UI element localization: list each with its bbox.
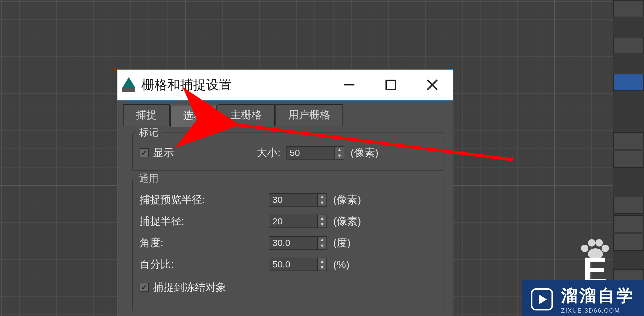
label-percent: 百分比: bbox=[140, 257, 269, 271]
spin-down[interactable]: ▼ bbox=[318, 243, 326, 249]
group-mark-legend: 标记 bbox=[136, 126, 162, 139]
toolbar-slot[interactable] bbox=[613, 234, 644, 251]
spin-up[interactable]: ▲ bbox=[318, 258, 326, 264]
watermark-main: 溜溜自学 bbox=[561, 285, 635, 307]
spin-down[interactable]: ▼ bbox=[318, 200, 326, 206]
unit-angle: (度) bbox=[333, 236, 351, 250]
unit-snap-radius: (像素) bbox=[333, 214, 361, 228]
spin-up[interactable]: ▲ bbox=[318, 237, 326, 243]
tab-bar: 捕捉 选项 主栅格 用户栅格 bbox=[117, 100, 453, 126]
input-snap-radius[interactable] bbox=[269, 215, 318, 228]
spin-down[interactable]: ▼ bbox=[335, 153, 344, 159]
right-toolbar bbox=[613, 0, 644, 316]
tab-snap[interactable]: 捕捉 bbox=[123, 104, 170, 126]
row-angle: 角度: ▲▼ (度) bbox=[140, 236, 437, 250]
spinner-preview-radius: ▲▼ bbox=[269, 193, 327, 207]
titlebar[interactable]: 栅格和捕捉设置 bbox=[117, 70, 453, 100]
dialog-content: 标记 ✓ 显示 大小: ▲ ▼ (像素) 通用 bbox=[117, 126, 453, 316]
size-label: 大小: bbox=[257, 146, 280, 160]
group-general-legend: 通用 bbox=[136, 172, 162, 185]
checkbox-show-label: 显示 bbox=[153, 146, 174, 160]
toolbar-slot[interactable] bbox=[613, 151, 644, 168]
tab-main-grid[interactable]: 主栅格 bbox=[218, 104, 275, 126]
spinner-snap-radius: ▲▼ bbox=[269, 215, 327, 228]
maximize-icon bbox=[384, 78, 397, 91]
spin-up[interactable]: ▲ bbox=[318, 194, 326, 200]
toolbar-slot[interactable] bbox=[613, 132, 644, 149]
row-preview-radius: 捕捉预览半径: ▲▼ (像素) bbox=[140, 193, 437, 207]
grid-snap-settings-dialog: 栅格和捕捉设置 捕捉 选项 主栅格 用户栅格 标记 bbox=[117, 69, 453, 316]
app-icon bbox=[121, 77, 137, 93]
row-snap-radius: 捕捉半径: ▲▼ (像素) bbox=[140, 214, 437, 228]
size-unit: (像素) bbox=[350, 146, 378, 160]
toolbar-slot[interactable] bbox=[613, 0, 644, 17]
tab-options[interactable]: 选项 bbox=[170, 105, 217, 127]
group-mark: 标记 ✓ 显示 大小: ▲ ▼ (像素) bbox=[132, 132, 444, 171]
input-percent[interactable] bbox=[269, 258, 318, 271]
input-preview-radius[interactable] bbox=[269, 193, 318, 207]
minimize-button[interactable] bbox=[328, 70, 370, 100]
checkbox-snap-frozen-label: 捕捉到冻结对象 bbox=[153, 280, 226, 294]
svg-rect-1 bbox=[386, 80, 395, 89]
spin-up[interactable]: ▲ bbox=[318, 215, 326, 221]
size-input[interactable] bbox=[286, 146, 335, 160]
toolbar-slot[interactable] bbox=[613, 197, 644, 214]
input-angle[interactable] bbox=[269, 236, 318, 250]
watermark: 溜溜自学 ZIXUE.3D66.COM bbox=[522, 280, 644, 316]
checkbox-show[interactable]: ✓ bbox=[140, 148, 149, 157]
unit-percent: (%) bbox=[333, 259, 350, 271]
watermark-sub: ZIXUE.3D66.COM bbox=[561, 307, 620, 314]
spin-down[interactable]: ▼ bbox=[318, 264, 326, 271]
checkbox-snap-frozen[interactable]: ✓ bbox=[140, 283, 149, 292]
toolbar-slot[interactable] bbox=[613, 37, 644, 54]
toolbar-slot[interactable] bbox=[613, 215, 644, 232]
close-icon bbox=[425, 77, 440, 92]
spinner-angle: ▲▼ bbox=[269, 236, 327, 250]
spin-up[interactable]: ▲ bbox=[335, 147, 344, 153]
label-snap-radius: 捕捉半径: bbox=[140, 214, 269, 228]
play-icon bbox=[531, 288, 553, 310]
maximize-button[interactable] bbox=[370, 70, 411, 100]
toolbar-slot-active[interactable] bbox=[613, 74, 644, 91]
unit-preview-radius: (像素) bbox=[333, 193, 361, 207]
dialog-title: 栅格和捕捉设置 bbox=[141, 76, 328, 93]
size-spinner: ▲ ▼ bbox=[286, 146, 344, 160]
row-percent: 百分比: ▲▼ (%) bbox=[140, 257, 437, 271]
label-preview-radius: 捕捉预览半径: bbox=[140, 193, 269, 207]
tab-user-grid[interactable]: 用户栅格 bbox=[275, 104, 343, 126]
group-general: 通用 捕捉预览半径: ▲▼ (像素) 捕捉半径: ▲▼ (像素) 角度: bbox=[132, 179, 444, 311]
spin-down[interactable]: ▼ bbox=[318, 221, 326, 227]
label-angle: 角度: bbox=[140, 236, 269, 250]
spinner-percent: ▲▼ bbox=[269, 258, 327, 271]
close-button[interactable] bbox=[411, 70, 453, 100]
minimize-icon bbox=[342, 78, 356, 92]
